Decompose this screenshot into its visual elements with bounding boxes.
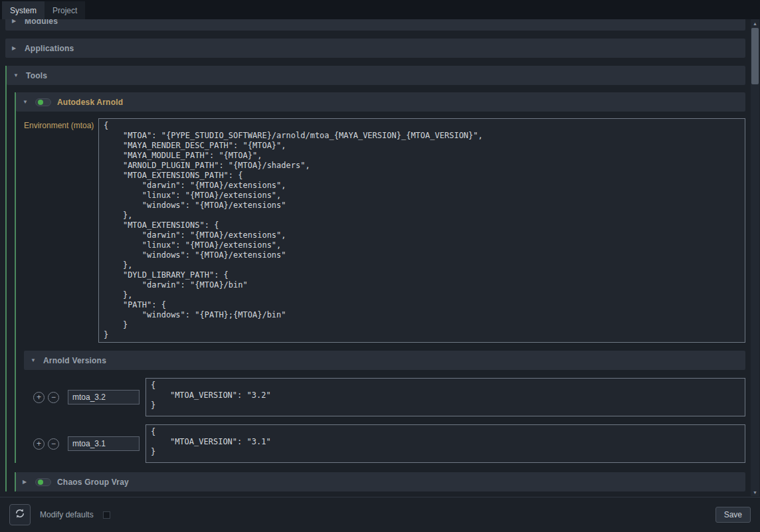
remove-version-button[interactable]: − <box>48 392 59 403</box>
version-json-editor[interactable]: { "MTOA_VERSION": "3.1" } <box>145 424 745 463</box>
tab-bar: System Project <box>0 0 760 19</box>
section-header-tools[interactable]: ▼ Tools <box>7 66 745 85</box>
modify-defaults-checkbox[interactable] <box>103 511 110 519</box>
version-name-input[interactable] <box>68 436 140 451</box>
footer-bar: Modify defaults Save <box>0 497 760 532</box>
version-name-input[interactable] <box>68 390 140 404</box>
section-title-modules: Modules <box>25 19 58 26</box>
section-modules: ▶ Modules <box>5 19 745 31</box>
tab-project[interactable]: Project <box>45 1 85 19</box>
refresh-icon <box>15 508 25 521</box>
section-applications: ▶ Applications <box>5 39 745 58</box>
group-chaos-group-vray: ▶ Chaos Group Vray <box>15 472 745 491</box>
remove-version-button[interactable]: − <box>48 438 59 450</box>
section-tools: ▼ Tools ▼ Autodesk Arnold Environment (m… <box>5 66 745 491</box>
modify-defaults-label[interactable]: Modify defaults <box>40 510 94 519</box>
scrollbar-thumb[interactable] <box>751 28 759 84</box>
version-json-editor[interactable]: { "MTOA_VERSION": "3.2" } <box>145 378 745 416</box>
vertical-scrollbar[interactable]: ▲ ▼ <box>751 19 759 496</box>
refresh-button[interactable] <box>9 504 31 525</box>
add-version-button[interactable]: + <box>33 438 45 450</box>
chevron-down-icon: ▼ <box>13 72 20 78</box>
environment-row: Environment (mtoa) { "MTOA": "{PYPE_STUD… <box>16 118 745 343</box>
group-header-arnold-versions[interactable]: ▼ Arnold Versions <box>24 351 745 370</box>
scroll-up-icon[interactable]: ▲ <box>751 19 759 27</box>
environment-label: Environment (mtoa) <box>24 118 98 343</box>
environment-json-editor[interactable]: { "MTOA": "{PYPE_STUDIO_SOFTWARE}/arnold… <box>98 118 745 343</box>
chevron-down-icon: ▼ <box>31 357 37 363</box>
group-header-autodesk-arnold[interactable]: ▼ Autodesk Arnold <box>16 92 745 112</box>
section-title-tools: Tools <box>26 71 47 80</box>
tools-body: ▼ Autodesk Arnold Environment (mtoa) { "… <box>7 92 745 491</box>
chevron-right-icon: ▶ <box>12 19 19 24</box>
enabled-toggle-icon[interactable] <box>35 98 51 106</box>
group-title-arnold-versions: Arnold Versions <box>43 356 106 365</box>
chevron-right-icon: ▶ <box>12 45 19 51</box>
section-title-applications: Applications <box>25 44 74 53</box>
group-autodesk-arnold: ▼ Autodesk Arnold Environment (mtoa) { "… <box>15 92 745 463</box>
version-row-mtoa-3-1: + − { "MTOA_VERSION": "3.1" } <box>16 424 745 463</box>
add-version-button[interactable]: + <box>33 392 45 403</box>
group-header-chaos-group-vray[interactable]: ▶ Chaos Group Vray <box>16 472 745 491</box>
section-header-applications[interactable]: ▶ Applications <box>5 39 745 58</box>
group-title-chaos-group-vray: Chaos Group Vray <box>57 478 129 487</box>
chevron-down-icon: ▼ <box>23 99 29 105</box>
section-header-modules[interactable]: ▶ Modules <box>5 19 745 31</box>
group-title-autodesk-arnold: Autodesk Arnold <box>57 98 123 107</box>
chevron-right-icon: ▶ <box>23 479 29 485</box>
enabled-toggle-icon[interactable] <box>35 478 51 486</box>
save-button[interactable]: Save <box>715 507 751 523</box>
settings-scroll-area: ▶ Modules ▶ Applications ▼ Tools ▼ Autod… <box>0 19 760 497</box>
version-row-mtoa-3-2: + − { "MTOA_VERSION": "3.2" } <box>16 378 745 416</box>
scroll-down-icon[interactable]: ▼ <box>751 488 759 496</box>
tab-system[interactable]: System <box>2 1 45 19</box>
